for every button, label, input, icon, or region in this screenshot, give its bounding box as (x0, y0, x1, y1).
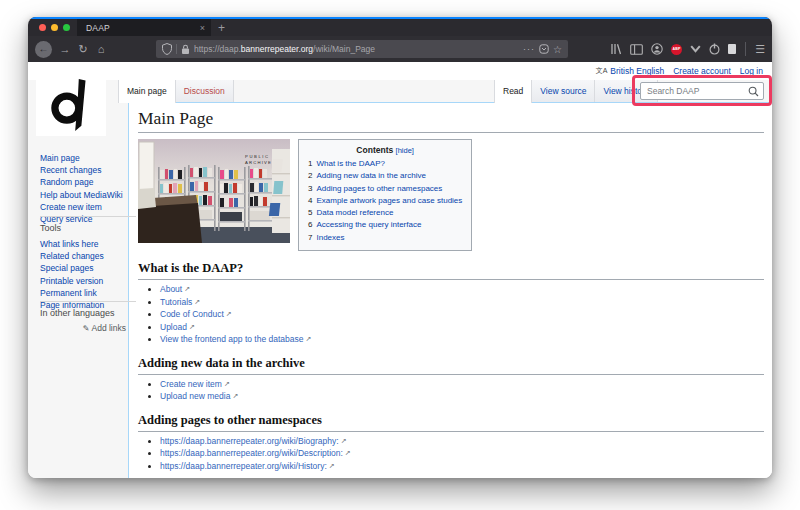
power-icon[interactable] (709, 43, 720, 55)
media-row: PUBLIC ARCHIVE Contents [hide] 1What is … (138, 139, 764, 251)
toc-item: 5Data model reference (308, 207, 462, 219)
page-actions-icon[interactable]: ··· (523, 44, 535, 54)
external-link-icon: ↗ (224, 380, 230, 387)
create-account-link[interactable]: Create account (673, 66, 731, 76)
page-tab-main-page[interactable]: Main page (118, 80, 176, 103)
toc-link[interactable]: Data model reference (316, 208, 393, 217)
wiki-logo[interactable] (36, 74, 106, 136)
sidebar-link[interactable]: Help about MediaWiki (40, 189, 142, 201)
external-link-icon: ↗ (345, 449, 351, 456)
window-minimize-button[interactable] (51, 24, 58, 31)
library-icon[interactable] (610, 43, 622, 55)
add-links-button[interactable]: ✎Add links (40, 323, 136, 333)
toc-number: 2 (308, 171, 312, 180)
sidebar-toggle-icon[interactable] (630, 44, 643, 55)
page-tab-view-source[interactable]: View source (532, 80, 595, 102)
sidebar-tool-link[interactable]: Permanent link (40, 287, 136, 299)
account-icon[interactable] (651, 43, 663, 55)
browser-navbar: ← → ↻ ⌂ https://daap.bannerrepeater.org/… (28, 36, 772, 62)
list-item: Related changes (40, 250, 136, 262)
list-item: Upload↗ (160, 321, 764, 334)
toc-number: 3 (308, 184, 312, 193)
sidebar-navigation: Main pageRecent changesRandom pageHelp a… (40, 152, 142, 225)
toc-hide-toggle[interactable]: [hide] (396, 146, 414, 155)
language-settings-icon[interactable]: 文A (596, 66, 608, 76)
toolbar-divider (745, 42, 746, 56)
shield-icon[interactable] (162, 43, 172, 55)
tab-close-icon[interactable]: × (200, 23, 205, 33)
page-tabs-right: ReadView sourceView history (494, 80, 658, 103)
page-tab-read[interactable]: Read (494, 80, 532, 103)
page-tab-discussion[interactable]: Discussion (176, 80, 234, 102)
lock-icon[interactable] (181, 44, 190, 55)
url-domain: bannerrepeater.org (241, 44, 313, 54)
content-link[interactable]: Code of Conduct (160, 309, 224, 319)
pencil-icon: ✎ (83, 324, 90, 333)
notes-page-icon[interactable] (728, 44, 736, 54)
toc-link[interactable]: What is the DAAP? (316, 159, 384, 168)
list-item: https://daap.bannerrepeater.org/wiki/His… (160, 460, 764, 473)
content-link[interactable]: About (160, 284, 182, 294)
forward-button-icon[interactable]: → (56, 43, 74, 55)
window-zoom-button[interactable] (63, 24, 70, 31)
toc-link[interactable]: Example artwork pages and case studies (316, 196, 462, 205)
menu-icon[interactable]: ☰ (755, 43, 765, 56)
back-button-icon[interactable]: ← (35, 41, 52, 58)
toc-link[interactable]: Accessing the query interface (316, 220, 421, 229)
sidebar-link[interactable]: Recent changes (40, 164, 142, 176)
toc-number: 4 (308, 196, 312, 205)
content-link[interactable]: Tutorials (160, 297, 192, 307)
toc-number: 1 (308, 159, 312, 168)
list-item: https://daap.bannerrepeater.org/wiki/Bio… (160, 435, 764, 448)
search-icon[interactable] (748, 86, 759, 97)
tools-header: Tools (40, 223, 136, 233)
list-item: Special pages (40, 262, 136, 274)
sidebar-link[interactable]: Main page (40, 152, 142, 164)
new-tab-button[interactable]: + (218, 20, 225, 36)
content-link[interactable]: Upload new media (160, 391, 230, 401)
list-item: Create new item (40, 201, 142, 213)
content-link[interactable]: Upload (160, 322, 187, 332)
content-link[interactable]: View the frontend app to the database (160, 334, 304, 344)
content-link[interactable]: Create new item (160, 379, 222, 389)
content-link[interactable]: https://daap.bannerrepeater.org/wiki/Des… (160, 448, 343, 458)
url-text: https://daap.bannerrepeater.org/wiki/Mai… (194, 44, 519, 54)
url-bar[interactable]: https://daap.bannerrepeater.org/wiki/Mai… (156, 40, 568, 58)
list-item: Help about MediaWiki (40, 189, 142, 201)
language-link[interactable]: British English (610, 66, 664, 76)
sidebar-link[interactable]: Create new item (40, 201, 142, 213)
sidebar-tool-link[interactable]: Related changes (40, 250, 136, 262)
bookmark-star-icon[interactable]: ☆ (553, 44, 562, 55)
pocket-icon[interactable] (539, 44, 549, 54)
content-link[interactable]: https://daap.bannerrepeater.org/wiki/Bio… (160, 436, 339, 446)
content-link[interactable]: https://daap.bannerrepeater.org/wiki/His… (160, 461, 327, 471)
daap-logo-icon (48, 78, 94, 132)
reload-button-icon[interactable]: ↻ (74, 43, 92, 56)
window-close-button[interactable] (39, 24, 46, 31)
external-link-icon: ↗ (194, 298, 200, 305)
external-link-icon: ↗ (226, 310, 232, 317)
sidebar-tool-link[interactable]: Printable version (40, 275, 136, 287)
toc-item: 4Example artwork pages and case studies (308, 195, 462, 207)
external-link-icon: ↗ (341, 437, 347, 444)
search-input[interactable] (647, 86, 748, 96)
browser-tab[interactable]: DAAP × (77, 19, 211, 36)
toc-link[interactable]: Adding new data in the archive (316, 171, 425, 180)
sidebar-tool-link[interactable]: Special pages (40, 262, 136, 274)
toc-link[interactable]: Indexes (316, 233, 344, 242)
sidebar-tool-link[interactable]: What links here (40, 238, 136, 250)
list-item: Upload new media↗ (160, 390, 764, 403)
toc-number: 5 (308, 208, 312, 217)
log-in-link[interactable]: Log in (740, 66, 763, 76)
wiki-page: 文A British English Create account Log in… (28, 64, 772, 478)
chevron-down-icon[interactable] (690, 45, 701, 53)
browser-titlebar: DAAP × + (28, 17, 772, 36)
search-box[interactable] (640, 82, 764, 100)
toc-item: 3Adding pages to other namespaces (308, 183, 462, 195)
browser-window: DAAP × + ← → ↻ ⌂ https://daap.bannerrepe… (28, 17, 772, 478)
home-button-icon[interactable]: ⌂ (92, 43, 110, 55)
toc-link[interactable]: Adding pages to other namespaces (316, 184, 442, 193)
adblock-plus-icon[interactable]: ABP (671, 44, 682, 55)
section-heading: Adding pages to other namespaces (138, 413, 764, 432)
sidebar-link[interactable]: Random page (40, 176, 142, 188)
